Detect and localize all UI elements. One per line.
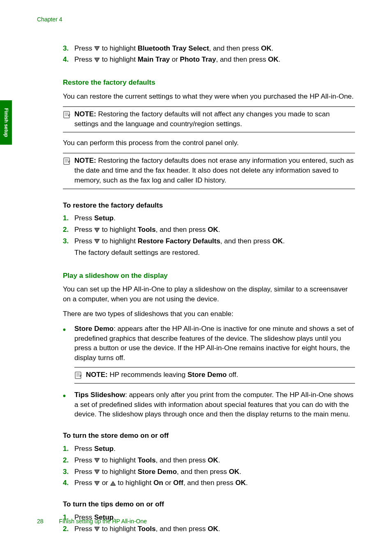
note-box: NOTE: HP recommends leaving Store Demo o…	[74, 367, 355, 384]
text: , and then press	[220, 237, 272, 245]
step-3: 3. Press to highlight Store Demo, and th…	[63, 467, 355, 477]
step-2: 2. Press to highlight Tools, and then pr…	[63, 225, 355, 235]
text: , and then press	[216, 55, 268, 63]
svg-marker-0	[95, 46, 99, 51]
text: to highlight	[100, 226, 138, 233]
text: .	[283, 237, 285, 245]
text: : appears after the HP All-in-One is ina…	[74, 325, 354, 362]
label: OK	[268, 55, 279, 63]
text: , and then press	[183, 479, 235, 487]
svg-marker-16	[95, 458, 99, 462]
svg-rect-2	[64, 111, 69, 118]
side-tab: Finish setup	[0, 100, 12, 145]
text: Restoring the factory defaults does not …	[74, 157, 353, 184]
note-text: NOTE: HP recommends leaving Store Demo o…	[86, 370, 355, 380]
text: Press	[74, 214, 94, 222]
bullet-icon: •	[63, 390, 74, 419]
step-body: Press or to highlight On or Off, and the…	[74, 478, 355, 488]
step-body: Press to highlight Restore Factory Defau…	[74, 236, 355, 258]
text: to highlight	[116, 479, 154, 487]
label: OK	[272, 237, 283, 245]
text: HP recommends leaving	[110, 371, 188, 379]
note-text: NOTE: Restoring the factory defaults doe…	[74, 156, 355, 185]
step-body: Press to highlight Tools, and then press…	[74, 225, 355, 235]
note-label: NOTE:	[74, 157, 96, 164]
label: Store Demo	[187, 371, 226, 379]
step-number: 4.	[63, 55, 74, 65]
content-area: 3. Press to highlight Bluetooth Tray Sel…	[63, 44, 355, 534]
text: , and then press	[156, 525, 208, 533]
text: Press	[74, 55, 94, 63]
text: .	[279, 55, 281, 63]
store-demo-steps: 1. Press Setup. 2. Press to highlight To…	[63, 444, 355, 488]
text: , and then press	[156, 456, 208, 464]
step-3: 3. Press to highlight Restore Factory De…	[63, 236, 355, 258]
text: off.	[227, 371, 238, 379]
down-arrow-icon	[94, 239, 100, 244]
footer: 28Finish setting up the HP All-in-One	[37, 518, 147, 526]
down-arrow-icon	[94, 481, 100, 486]
label: OK	[208, 226, 219, 233]
step-body: Press Setup.	[74, 444, 355, 454]
down-arrow-icon	[94, 527, 100, 531]
paragraph: There are two types of slideshows that y…	[63, 309, 355, 319]
label: Tools	[138, 456, 156, 464]
text: .	[246, 479, 248, 487]
step-extra: The factory default settings are restore…	[74, 248, 355, 258]
down-arrow-icon	[94, 46, 100, 51]
text: to highlight	[100, 468, 138, 476]
bullet-store-demo: • Store Demo: appears after the HP All-i…	[63, 324, 355, 388]
step-3: 3. Press to highlight Bluetooth Tray Sel…	[63, 44, 355, 53]
text: Press	[74, 237, 94, 245]
label: OK	[208, 525, 219, 533]
text: Press	[74, 525, 94, 533]
svg-marker-19	[111, 481, 115, 485]
up-arrow-icon	[110, 481, 116, 486]
step-number: 1.	[63, 444, 74, 454]
side-tab-text: Finish setup	[2, 108, 9, 137]
paragraph: You can perform this process from the co…	[63, 138, 355, 148]
note-box: NOTE: Restoring the factory defaults doe…	[63, 153, 355, 189]
label: Off	[173, 479, 184, 487]
subheading: To turn the store demo on or off	[63, 431, 355, 441]
svg-marker-11	[95, 239, 99, 243]
label: Restore Factory Defaults	[138, 237, 220, 245]
page: Chapter 4 Finish setup 3. Press to highl…	[0, 0, 392, 543]
text: or	[100, 479, 110, 487]
note-icon	[74, 371, 83, 379]
label: Store Demo	[74, 325, 113, 333]
text: .	[272, 44, 274, 52]
text: Press	[74, 468, 94, 476]
text: .	[218, 226, 220, 233]
note-icon	[63, 157, 71, 165]
step-body: Press to highlight Tools, and then press…	[74, 455, 355, 465]
paragraph: You can restore the current settings to …	[63, 92, 355, 102]
text: Press	[74, 456, 94, 464]
text: .	[218, 456, 220, 464]
step-4: 4. Press or to highlight On or Off, and …	[63, 478, 355, 488]
subheading: To turn the tips demo on or off	[63, 499, 355, 509]
text: Press	[74, 226, 94, 233]
label: Tools	[138, 525, 156, 533]
step-number: 2.	[63, 455, 74, 465]
text: .	[113, 214, 115, 222]
label: Main Tray	[138, 55, 170, 63]
svg-marker-18	[95, 481, 99, 485]
svg-marker-20	[95, 527, 99, 531]
label: Bluetooth Tray Select	[138, 44, 209, 52]
text: or	[163, 479, 173, 487]
section-heading-restore: Restore the factory defaults	[63, 78, 355, 88]
down-arrow-icon	[94, 469, 100, 474]
svg-marker-17	[95, 470, 99, 474]
note-label: NOTE:	[86, 371, 108, 379]
svg-rect-6	[64, 158, 69, 164]
label: OK	[208, 456, 219, 464]
text: .	[218, 525, 220, 533]
label: Store Demo	[138, 468, 177, 476]
step-number: 3.	[63, 467, 74, 477]
step-number: 2.	[63, 225, 74, 235]
label: On	[153, 479, 163, 487]
svg-marker-1	[95, 58, 99, 62]
step-number: 3.	[63, 44, 74, 53]
down-arrow-icon	[94, 58, 100, 62]
